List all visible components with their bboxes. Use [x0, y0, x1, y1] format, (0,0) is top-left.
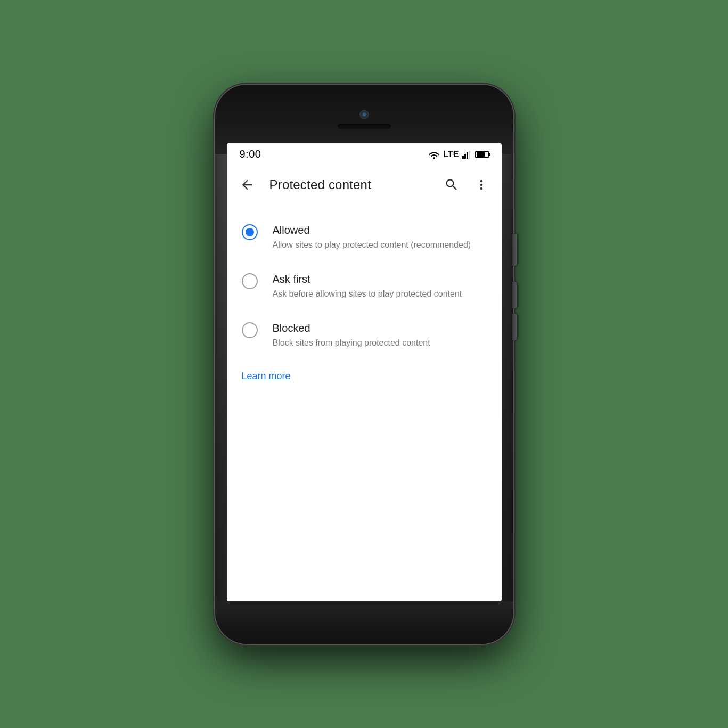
status-bar: 9:00 LTE [227, 143, 502, 166]
radio-ask-first [242, 273, 258, 289]
option-allowed-text: Allowed Allow sites to play protected co… [273, 223, 487, 251]
option-blocked-desc: Block sites from playing protected conte… [273, 337, 487, 349]
phone-bottom-bezel [215, 601, 513, 644]
page-title: Protected content [269, 177, 429, 192]
radio-inner-allowed [246, 228, 254, 236]
signal-icon [462, 150, 472, 159]
more-options-button[interactable] [470, 173, 493, 197]
lte-indicator: LTE [443, 150, 459, 159]
option-blocked-title: Blocked [273, 321, 487, 335]
svg-rect-1 [464, 154, 466, 159]
status-icons: LTE [428, 150, 488, 159]
volume-up-button[interactable] [512, 282, 517, 308]
option-blocked-text: Blocked Block sites from playing protect… [273, 321, 487, 349]
battery-icon [475, 151, 489, 158]
learn-more-link[interactable]: Learn more [227, 360, 306, 392]
toolbar-icons [440, 173, 493, 197]
power-button[interactable] [512, 234, 517, 266]
option-allowed-title: Allowed [273, 223, 487, 237]
speaker [338, 124, 391, 129]
radio-allowed [242, 224, 258, 240]
content-area: Allowed Allow sites to play protected co… [227, 204, 502, 401]
svg-rect-0 [462, 156, 464, 159]
radio-blocked [242, 322, 258, 338]
option-ask-first-text: Ask first Ask before allowing sites to p… [273, 272, 487, 300]
search-button[interactable] [440, 173, 463, 197]
phone-body: 9:00 LTE [215, 85, 513, 644]
option-ask-first-desc: Ask before allowing sites to play protec… [273, 288, 487, 300]
option-ask-first[interactable]: Ask first Ask before allowing sites to p… [227, 261, 502, 310]
wifi-icon [428, 150, 440, 159]
phone-screen: 9:00 LTE [227, 143, 502, 601]
app-bar: Protected content [227, 166, 502, 204]
option-ask-first-title: Ask first [273, 272, 487, 286]
back-button[interactable] [235, 173, 259, 197]
status-time: 9:00 [240, 148, 261, 160]
option-allowed[interactable]: Allowed Allow sites to play protected co… [227, 212, 502, 261]
svg-rect-3 [469, 151, 470, 159]
camera [359, 110, 369, 119]
volume-down-button[interactable] [512, 314, 517, 340]
option-allowed-desc: Allow sites to play protected content (r… [273, 239, 487, 251]
phone-wrapper: 9:00 LTE [205, 71, 524, 657]
svg-rect-2 [467, 152, 468, 159]
option-blocked[interactable]: Blocked Block sites from playing protect… [227, 310, 502, 359]
